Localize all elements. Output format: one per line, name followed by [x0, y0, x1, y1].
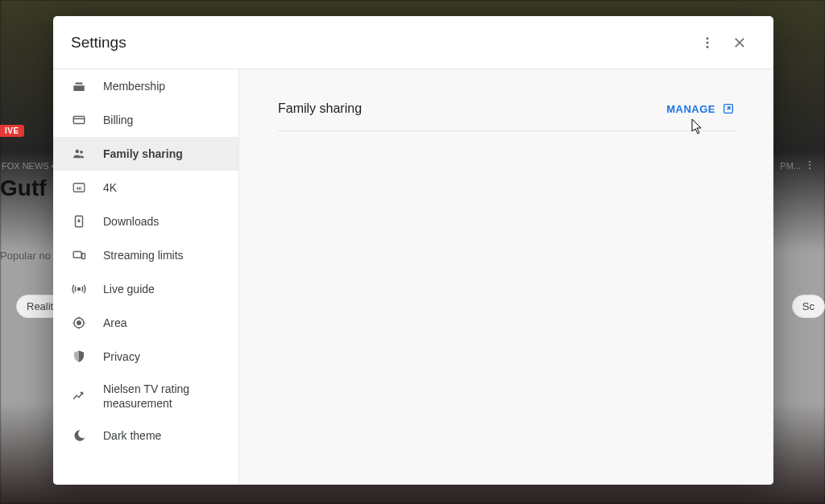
svg-rect-15 [82, 254, 85, 259]
nav-item-streaming-limits[interactable]: Streaming limits [53, 238, 238, 272]
modal-header: Settings [53, 16, 773, 69]
svg-rect-8 [73, 117, 85, 124]
settings-modal: Settings Membership Billing [53, 16, 773, 485]
svg-point-2 [809, 167, 810, 169]
filter-chip[interactable]: Sc [792, 295, 825, 318]
nav-item-family-sharing[interactable]: Family sharing [53, 137, 238, 171]
svg-point-1 [809, 164, 810, 166]
svg-point-16 [78, 288, 81, 291]
devices-icon [71, 247, 87, 263]
modal-body: Membership Billing Family sharing 4K 4K [53, 69, 773, 485]
nav-label: Membership [103, 79, 165, 93]
svg-point-4 [707, 41, 709, 43]
svg-text:4K: 4K [76, 186, 82, 191]
svg-point-10 [80, 151, 83, 154]
svg-point-3 [707, 37, 709, 39]
download-icon [71, 213, 87, 229]
open-external-icon [722, 102, 735, 115]
section-title: Family sharing [278, 101, 362, 116]
nav-item-privacy[interactable]: Privacy [53, 340, 238, 374]
channel-line: FOX NEWS • [2, 161, 55, 171]
live-badge: IVE [0, 125, 24, 137]
nav-label: 4K [103, 180, 117, 195]
svg-rect-6 [73, 85, 85, 91]
nav-item-nielsen[interactable]: Nielsen TV rating measurement [53, 374, 238, 419]
nav-label: Area [103, 316, 127, 330]
nav-label: Live guide [103, 282, 155, 296]
settings-content: Family sharing MANAGE [239, 69, 773, 485]
svg-point-9 [76, 150, 80, 154]
nav-label: Billing [103, 113, 133, 127]
svg-point-0 [809, 161, 810, 163]
nav-label: Privacy [103, 349, 140, 364]
nav-item-billing[interactable]: Billing [53, 103, 238, 137]
more-options-button[interactable] [691, 27, 723, 59]
show-title: Gutf [0, 176, 47, 201]
trending-icon [71, 388, 87, 404]
moon-icon [71, 428, 87, 444]
family-sharing-section: Family sharing MANAGE [278, 101, 735, 131]
4k-icon: 4K [71, 180, 87, 196]
nav-label: Downloads [103, 214, 159, 229]
nav-item-dark-theme[interactable]: Dark theme [53, 419, 238, 452]
nav-item-4k[interactable]: 4K 4K [53, 171, 238, 204]
nav-item-membership[interactable]: Membership [53, 69, 238, 103]
broadcast-icon [71, 281, 87, 297]
svg-point-17 [77, 321, 81, 325]
nav-label: Streaming limits [103, 248, 184, 262]
people-icon [71, 146, 87, 162]
time-label: PM... [780, 161, 801, 171]
membership-icon [71, 78, 87, 94]
close-button[interactable] [723, 27, 756, 59]
manage-label: MANAGE [666, 103, 715, 115]
popular-label: Popular no [0, 250, 51, 262]
more-icon[interactable] [804, 159, 815, 174]
shield-icon [71, 349, 87, 365]
nav-label: Nielsen TV rating measurement [103, 382, 221, 411]
settings-sidebar: Membership Billing Family sharing 4K 4K [53, 69, 239, 485]
location-icon [71, 315, 87, 331]
credit-card-icon [71, 112, 87, 128]
nav-item-live-guide[interactable]: Live guide [53, 272, 238, 306]
nav-item-area[interactable]: Area [53, 306, 238, 340]
nav-item-downloads[interactable]: Downloads [53, 204, 238, 238]
svg-point-5 [707, 45, 709, 48]
close-icon [732, 35, 747, 50]
kebab-icon [700, 35, 715, 50]
modal-title: Settings [71, 34, 691, 52]
nav-label: Family sharing [103, 147, 183, 161]
manage-link[interactable]: MANAGE [666, 102, 735, 115]
svg-rect-14 [73, 252, 81, 258]
nav-label: Dark theme [103, 428, 161, 443]
svg-rect-7 [76, 83, 83, 85]
